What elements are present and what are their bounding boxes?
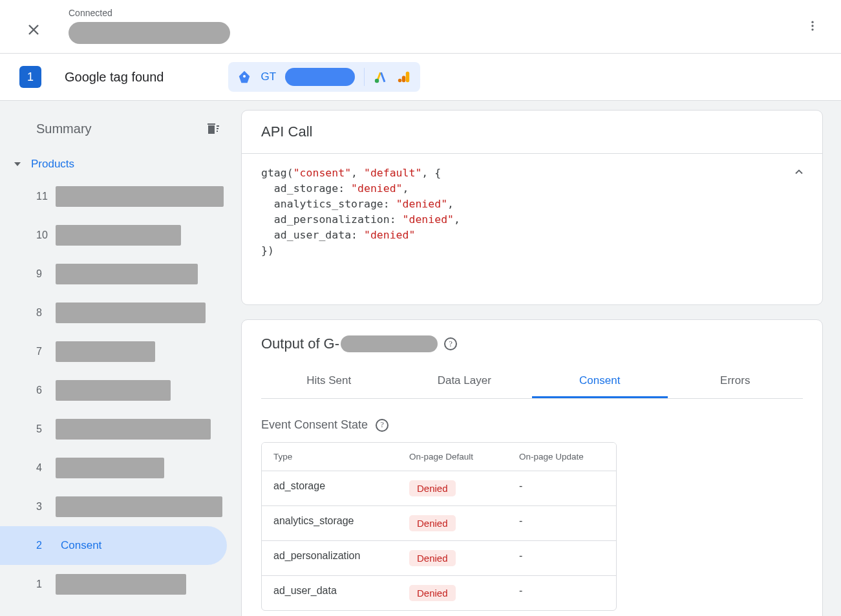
event-number: 10 <box>36 229 49 241</box>
sidebar: Summary Products 111098765432Consent1 <box>0 101 241 616</box>
denied-badge: Denied <box>409 480 456 496</box>
gt-prefix: GT <box>261 70 276 83</box>
event-item[interactable]: 5 <box>0 410 227 449</box>
clear-icon <box>204 121 220 136</box>
table-header-cell: On-page Default <box>398 443 507 471</box>
event-label-redacted <box>56 496 222 517</box>
event-number: 9 <box>36 268 49 280</box>
main-content: API Call gtag("consent", "default", { ad… <box>241 101 841 616</box>
table-row: ad_storageDenied- <box>262 471 616 505</box>
api-call-code: gtag("consent", "default", { ad_storage:… <box>242 154 822 304</box>
consent-default-cell: Denied <box>398 541 507 575</box>
event-item[interactable]: 4 <box>0 449 227 487</box>
products-label: Products <box>31 158 74 171</box>
event-item[interactable]: 7 <box>0 332 227 371</box>
consent-table: TypeOn-page DefaultOn-page Updatead_stor… <box>261 442 617 611</box>
consent-state-label: Event Consent State <box>261 418 368 432</box>
event-number: 8 <box>36 307 49 319</box>
event-item[interactable]: 3 <box>0 487 227 526</box>
table-header-cell: On-page Update <box>507 443 616 471</box>
connected-label: Connected <box>69 8 230 18</box>
event-label-redacted <box>56 380 171 401</box>
tab-hits-sent[interactable]: Hits Sent <box>261 365 397 398</box>
svg-point-2 <box>811 28 813 30</box>
summary-link[interactable]: Summary <box>36 122 92 136</box>
chevron-down-icon <box>14 162 21 166</box>
event-item[interactable]: 9 <box>0 255 227 293</box>
event-number: 5 <box>36 423 49 435</box>
event-label-redacted <box>56 303 206 323</box>
event-number: 11 <box>36 191 49 202</box>
event-label-redacted <box>56 264 198 284</box>
event-number: 6 <box>36 385 49 396</box>
tab-data-layer[interactable]: Data Layer <box>397 365 533 398</box>
consent-update-cell: - <box>507 541 616 575</box>
svg-point-4 <box>375 79 379 83</box>
table-row: ad_personalizationDenied- <box>262 540 616 575</box>
event-item[interactable]: 6 <box>0 371 227 410</box>
svg-rect-6 <box>402 76 406 82</box>
consent-default-cell: Denied <box>398 506 507 540</box>
event-label-redacted <box>56 574 186 595</box>
consent-update-cell: - <box>507 471 616 505</box>
consent-update-cell: - <box>507 576 616 610</box>
svg-point-3 <box>243 75 246 78</box>
api-call-card: API Call gtag("consent", "default", { ad… <box>241 110 823 305</box>
connection-block: Connected <box>69 8 230 44</box>
tab-consent[interactable]: Consent <box>532 365 668 398</box>
close-button[interactable] <box>18 14 49 45</box>
event-item[interactable]: 10 <box>0 216 227 255</box>
consent-type-cell: ad_personalization <box>262 541 398 575</box>
table-header-row: TypeOn-page DefaultOn-page Update <box>262 443 616 471</box>
tag-found-title: Google tag found <box>65 70 164 85</box>
denied-badge: Denied <box>409 585 456 601</box>
event-item[interactable]: 1 <box>0 565 227 604</box>
consent-type-cell: analytics_storage <box>262 506 398 540</box>
table-row: ad_user_dataDenied- <box>262 575 616 610</box>
tab-errors[interactable]: Errors <box>668 365 804 398</box>
domain-redacted <box>69 22 230 44</box>
products-section-toggle[interactable]: Products <box>0 145 241 177</box>
output-tabs: Hits SentData LayerConsentErrors <box>261 365 803 399</box>
event-item[interactable]: 8 <box>0 293 227 332</box>
svg-rect-5 <box>406 72 410 83</box>
close-icon <box>26 22 41 37</box>
event-label-redacted <box>56 341 155 362</box>
event-item[interactable]: 11 <box>0 177 227 216</box>
more-menu-button[interactable] <box>800 13 825 39</box>
event-number: 4 <box>36 462 49 474</box>
consent-default-cell: Denied <box>398 471 507 505</box>
kebab-icon <box>806 19 819 32</box>
google-tag-icon <box>237 70 251 84</box>
table-header-cell: Type <box>262 443 398 471</box>
event-item-consent[interactable]: 2Consent <box>0 526 227 565</box>
output-title: Output of G- ? <box>261 335 803 352</box>
denied-badge: Denied <box>409 515 456 531</box>
output-id-redacted <box>341 335 438 352</box>
event-number: 1 <box>36 579 49 590</box>
table-row: analytics_storageDenied- <box>262 505 616 540</box>
api-call-header: API Call <box>242 111 822 154</box>
event-label-redacted <box>56 225 181 246</box>
tag-id-redacted <box>285 68 355 86</box>
help-icon[interactable]: ? <box>444 337 457 350</box>
denied-badge: Denied <box>409 550 456 566</box>
event-label-redacted <box>56 186 224 207</box>
svg-point-1 <box>811 25 813 27</box>
tag-count-badge: 1 <box>19 66 41 88</box>
consent-update-cell: - <box>507 506 616 540</box>
svg-point-7 <box>398 79 402 83</box>
output-title-prefix: Output of G- <box>261 335 339 352</box>
output-card: Output of G- ? Hits SentData LayerConsen… <box>241 319 823 616</box>
help-icon[interactable]: ? <box>376 419 389 432</box>
consent-type-cell: ad_user_data <box>262 576 398 610</box>
consent-default-cell: Denied <box>398 576 507 610</box>
event-number: 2 <box>36 540 49 551</box>
event-number: 3 <box>36 501 49 513</box>
chip-divider <box>364 68 365 86</box>
consent-type-cell: ad_storage <box>262 471 398 505</box>
clear-events-button[interactable] <box>201 118 223 140</box>
collapse-code-button[interactable] <box>790 163 808 181</box>
tag-chip[interactable]: GT <box>228 62 420 92</box>
google-analytics-icon <box>397 70 411 84</box>
